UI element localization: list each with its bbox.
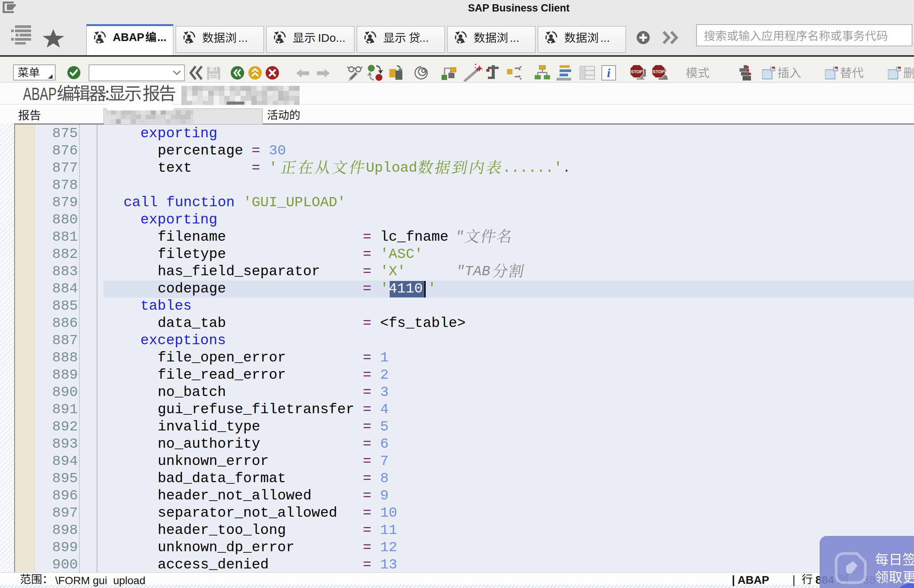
svg-text:STOP: STOP — [631, 69, 642, 74]
svg-text:i: i — [607, 66, 611, 80]
svg-text:STOP: STOP — [653, 69, 664, 74]
